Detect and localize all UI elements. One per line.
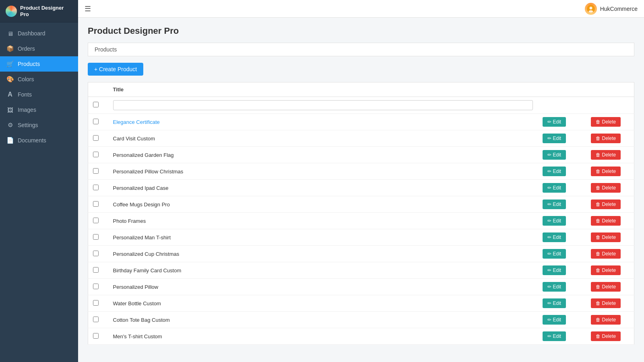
edit-icon: ✏ [547, 317, 551, 323]
row-delete-cell: 🗑 Delete [586, 180, 634, 196]
products-icon: 🛒 [6, 60, 14, 68]
edit-button[interactable]: ✏ Edit [543, 331, 566, 341]
edit-icon: ✏ [547, 152, 551, 158]
edit-button[interactable]: ✏ Edit [543, 249, 566, 259]
delete-button[interactable]: 🗑 Delete [591, 150, 621, 160]
select-all-checkbox[interactable] [93, 102, 99, 107]
edit-button[interactable]: ✏ Edit [543, 200, 566, 209]
user-name: HukCommerce [600, 6, 638, 12]
row-title-cell: Elegance Certificate [108, 114, 538, 130]
sidebar-label-images: Images [18, 107, 36, 113]
search-input[interactable] [113, 100, 533, 110]
edit-icon: ✏ [547, 234, 551, 240]
delete-button[interactable]: 🗑 Delete [591, 265, 621, 275]
row-title-cell: Card Visit Custom [108, 130, 538, 147]
row-checkbox[interactable] [93, 119, 99, 124]
row-checkbox[interactable] [93, 168, 99, 174]
table-header-row: Title [88, 82, 634, 97]
delete-button[interactable]: 🗑 Delete [591, 298, 621, 308]
row-checkbox[interactable] [93, 317, 99, 322]
sidebar-item-images[interactable]: 🖼 Images [0, 102, 78, 117]
edit-icon: ✏ [547, 300, 551, 306]
edit-button[interactable]: ✏ Edit [543, 167, 566, 176]
row-title-cell: Birthday Family Card Custom [108, 262, 538, 279]
delete-button[interactable]: 🗑 Delete [591, 183, 621, 193]
delete-button[interactable]: 🗑 Delete [591, 216, 621, 226]
search-title-cell[interactable] [108, 97, 538, 114]
row-checkbox[interactable] [93, 251, 99, 256]
edit-button[interactable]: ✏ Edit [543, 150, 566, 160]
delete-button[interactable]: 🗑 Delete [591, 134, 621, 143]
edit-icon: ✏ [547, 119, 551, 125]
edit-button[interactable]: ✏ Edit [543, 183, 566, 193]
sidebar-item-dashboard[interactable]: 🖥 Dashboard [0, 26, 78, 41]
sidebar-item-products[interactable]: 🛒 Products [0, 56, 78, 72]
products-table-wrapper: Title [88, 82, 634, 345]
delete-button[interactable]: 🗑 Delete [591, 167, 621, 176]
row-checkbox[interactable] [93, 333, 99, 339]
edit-button[interactable]: ✏ Edit [543, 315, 566, 325]
svg-point-2 [588, 10, 593, 12]
sidebar: Product Designer Pro 🖥 Dashboard 📦 Order… [0, 0, 78, 362]
product-name-text: Personalized Garden Flag [113, 152, 174, 158]
row-checkbox[interactable] [93, 267, 99, 273]
topbar-right: HukCommerce [585, 3, 638, 15]
main-area: ☰ HukCommerce Product Designer Pro Produ… [78, 0, 644, 362]
delete-button[interactable]: 🗑 Delete [591, 200, 621, 209]
edit-button[interactable]: ✏ Edit [543, 117, 566, 127]
trash-icon: 🗑 [596, 152, 601, 158]
row-checkbox-cell [88, 196, 108, 213]
delete-button[interactable]: 🗑 Delete [591, 315, 621, 325]
sidebar-item-colors[interactable]: 🎨 Colors [0, 72, 78, 87]
sidebar-label-settings: Settings [18, 122, 38, 128]
row-checkbox[interactable] [93, 218, 99, 223]
delete-button[interactable]: 🗑 Delete [591, 249, 621, 259]
row-checkbox[interactable] [93, 300, 99, 306]
row-checkbox[interactable] [93, 201, 99, 207]
sidebar-header: Product Designer Pro [0, 0, 78, 23]
edit-button[interactable]: ✏ Edit [543, 216, 566, 226]
row-title-cell: Personalized Garden Flag [108, 147, 538, 163]
edit-button[interactable]: ✏ Edit [543, 298, 566, 308]
hamburger-icon[interactable]: ☰ [85, 4, 91, 13]
search-checkbox-cell [88, 97, 108, 114]
row-edit-cell: ✏ Edit [538, 147, 586, 163]
row-checkbox[interactable] [93, 284, 99, 289]
row-checkbox-cell [88, 295, 108, 312]
row-title-cell: Personalized Pillow [108, 279, 538, 295]
col-delete-header [586, 82, 634, 97]
product-name-link[interactable]: Elegance Certificate [113, 119, 160, 125]
row-checkbox[interactable] [93, 135, 99, 141]
table-row: Personalized Man T-shirt✏ Edit🗑 Delete [88, 229, 634, 246]
orders-icon: 📦 [6, 45, 14, 52]
edit-button[interactable]: ✏ Edit [543, 265, 566, 275]
trash-icon: 🗑 [596, 218, 601, 224]
row-checkbox-cell [88, 213, 108, 229]
row-delete-cell: 🗑 Delete [586, 114, 634, 130]
search-edit-cell [538, 97, 586, 114]
row-edit-cell: ✏ Edit [538, 246, 586, 262]
sidebar-item-settings[interactable]: ⚙ Settings [0, 117, 78, 133]
row-checkbox-cell [88, 147, 108, 163]
row-checkbox[interactable] [93, 234, 99, 240]
row-delete-cell: 🗑 Delete [586, 229, 634, 246]
app-logo-icon [6, 6, 17, 17]
row-edit-cell: ✏ Edit [538, 163, 586, 180]
edit-button[interactable]: ✏ Edit [543, 134, 566, 143]
sidebar-item-fonts[interactable]: A Fonts [0, 87, 78, 102]
delete-button[interactable]: 🗑 Delete [591, 331, 621, 341]
sidebar-item-orders[interactable]: 📦 Orders [0, 41, 78, 56]
edit-button[interactable]: ✏ Edit [543, 282, 566, 292]
create-product-button[interactable]: + Create Product [88, 63, 143, 76]
sidebar-item-documents[interactable]: 📄 Documents [0, 133, 78, 148]
delete-button[interactable]: 🗑 Delete [591, 232, 621, 242]
trash-icon: 🗑 [596, 169, 601, 174]
row-checkbox[interactable] [93, 152, 99, 157]
row-checkbox-cell [88, 262, 108, 279]
delete-button[interactable]: 🗑 Delete [591, 117, 621, 127]
edit-button[interactable]: ✏ Edit [543, 232, 566, 242]
row-checkbox[interactable] [93, 185, 99, 190]
row-checkbox-cell [88, 114, 108, 130]
delete-button[interactable]: 🗑 Delete [591, 282, 621, 292]
edit-icon: ✏ [547, 251, 551, 257]
